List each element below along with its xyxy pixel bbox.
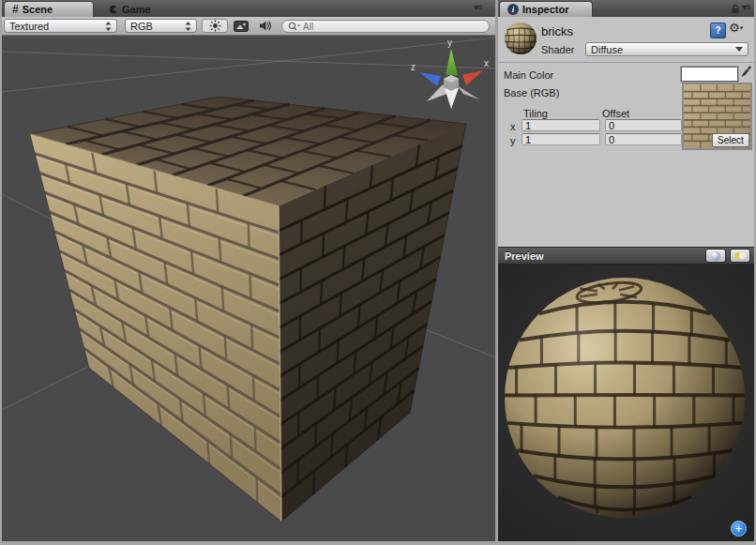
search-value: All	[303, 22, 313, 32]
unity-editor-window: # Scene Game ▾≡ Textured RGB	[0, 0, 756, 545]
scene-toolbar: Textured RGB	[2, 17, 495, 36]
inspector-panel: i Inspector ▾≡ bricks Shader Diffuse ? ⚙…	[498, 0, 754, 541]
preview-sphere-button[interactable]	[705, 249, 726, 263]
tab-inspector-label: Inspector	[522, 4, 569, 15]
scene-tabstrip: # Scene Game ▾≡	[2, 0, 495, 18]
scene-panel: # Scene Game ▾≡ Textured RGB	[2, 0, 495, 541]
scene-canvas: yxz	[2, 36, 495, 541]
color-mode-dropdown[interactable]: RGB	[125, 19, 197, 33]
lock-icon[interactable]	[731, 4, 740, 14]
main-color-swatch[interactable]	[681, 67, 738, 82]
shader-label: Shader	[541, 44, 574, 55]
inspector-panel-menu-icon[interactable]: ▾≡	[742, 2, 750, 12]
axis-x-label: x	[510, 121, 516, 132]
image-toggle-button[interactable]	[230, 19, 252, 33]
gizmo-x-axis[interactable]: x	[484, 58, 489, 68]
inspector-tabstrip: i Inspector ▾≡	[498, 0, 754, 18]
scene-viewport[interactable]: yxz	[2, 36, 495, 541]
tab-scene-label: Scene	[23, 4, 53, 15]
updown-arrows-icon	[105, 22, 112, 31]
tab-game[interactable]: Game	[99, 1, 165, 17]
sun-icon	[209, 20, 221, 32]
offset-x-field[interactable]	[605, 119, 682, 131]
window-frame	[0, 541, 756, 545]
chevron-down-icon	[735, 47, 743, 52]
tiling-y-field[interactable]	[522, 133, 600, 145]
gizmo-y-axis[interactable]: y	[447, 38, 452, 48]
updown-arrows-icon	[185, 22, 191, 31]
scene-grid-icon: #	[12, 5, 19, 14]
tab-scene[interactable]: # Scene	[4, 1, 94, 17]
speaker-icon	[259, 20, 272, 32]
tiling-x-field[interactable]	[522, 119, 600, 131]
audio-toggle-button[interactable]	[254, 19, 277, 33]
select-texture-button[interactable]: Select	[712, 133, 749, 147]
info-icon: i	[507, 4, 519, 15]
search-icon	[288, 22, 300, 32]
eyedropper-button[interactable]	[739, 65, 752, 81]
color-mode-value: RGB	[130, 21, 185, 32]
search-field[interactable]: All	[281, 20, 490, 33]
preview-sphere-canvas	[498, 265, 754, 541]
offset-y-field[interactable]	[605, 133, 682, 145]
gizmo-z-axis[interactable]: z	[411, 62, 416, 72]
material-preview-area[interactable]: +	[498, 265, 754, 541]
draw-mode-dropdown[interactable]: Textured	[4, 19, 117, 33]
preview-lighting-button[interactable]	[730, 249, 750, 263]
lighting-toggle-button[interactable]	[202, 19, 228, 33]
material-name: bricks	[541, 24, 573, 38]
main-color-label: Main Color	[504, 69, 553, 81]
draw-mode-value: Textured	[9, 21, 105, 32]
image-icon	[234, 21, 249, 32]
inspector-body: bricks Shader Diffuse ? ⚙▾ Main Color Ba…	[498, 17, 754, 247]
preview-header: Preview	[498, 247, 754, 265]
window-frame	[0, 0, 2, 545]
texture-slot[interactable]: Select	[682, 83, 752, 150]
material-preview-thumbnail	[503, 21, 538, 56]
axis-y-label: y	[510, 135, 516, 146]
panel-divider[interactable]	[495, 0, 498, 541]
add-button[interactable]: +	[731, 521, 747, 537]
shader-value: Diffuse	[591, 44, 735, 55]
preview-title: Preview	[505, 250, 705, 262]
help-button[interactable]: ?	[710, 23, 726, 38]
shader-dropdown[interactable]: Diffuse	[585, 42, 748, 56]
offset-header: Offset	[602, 108, 629, 119]
sphere-icon	[711, 251, 720, 261]
tab-inspector[interactable]: i Inspector	[499, 1, 593, 17]
tiling-header: Tiling	[523, 108, 548, 119]
settings-button[interactable]: ⚙▾	[729, 21, 743, 35]
divider	[498, 62, 754, 63]
game-icon	[107, 4, 118, 15]
base-map-label: Base (RGB)	[504, 87, 559, 98]
scene-panel-menu-icon[interactable]: ▾≡	[474, 2, 482, 12]
white-light-icon	[739, 252, 746, 259]
tab-game-label: Game	[122, 4, 151, 15]
